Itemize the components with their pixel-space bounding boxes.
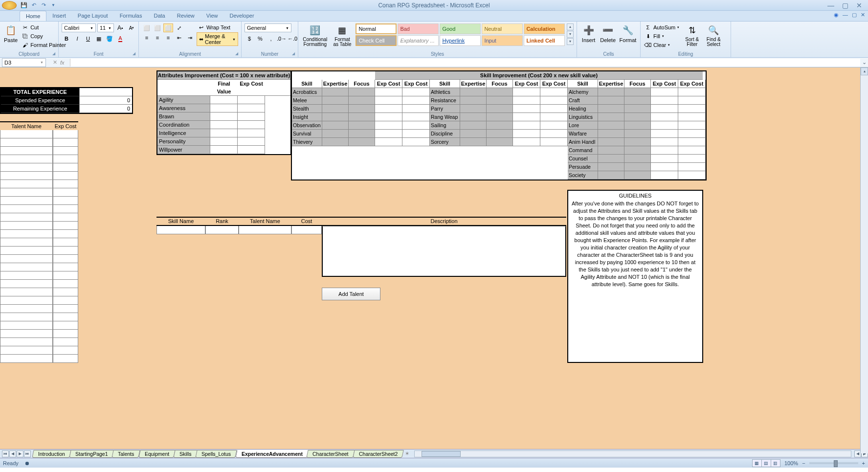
talent-cost-cell[interactable] <box>53 197 78 205</box>
skill-expcost-cell[interactable] <box>540 88 568 96</box>
skill-stat-cell[interactable] <box>624 113 651 121</box>
talent-name-cell[interactable] <box>0 205 53 213</box>
skill-expcost-cell[interactable] <box>651 163 678 171</box>
doc-close-icon[interactable]: ✕ <box>861 12 865 18</box>
talent-cost-cell[interactable] <box>53 163 78 172</box>
paste-button[interactable]: 📋 Paste <box>3 23 19 44</box>
talent-cost-cell[interactable] <box>53 213 78 222</box>
sheet-tab-introduction[interactable]: Introduction <box>32 450 71 458</box>
currency-button[interactable]: $ <box>245 34 254 43</box>
skill-stat-cell[interactable] <box>624 146 651 155</box>
zoom-out-button[interactable]: − <box>802 460 805 466</box>
percent-button[interactable]: % <box>255 34 265 43</box>
skill-expcost-cell[interactable] <box>678 113 706 121</box>
skill-stat-cell[interactable] <box>487 96 513 105</box>
skill-stat-cell[interactable] <box>624 130 651 138</box>
attr-finalvalue-cell[interactable] <box>210 112 238 121</box>
font-name-combo[interactable]: Calibri▼ <box>62 23 96 32</box>
skill-expcost-cell[interactable] <box>375 113 402 121</box>
skill-expcost-cell[interactable] <box>375 96 402 105</box>
talent-name-cell[interactable] <box>0 338 53 346</box>
exp-value-cell[interactable]: 0 <box>79 96 132 105</box>
talent-name-cell[interactable] <box>0 138 53 147</box>
zoom-in-button[interactable]: + <box>862 460 865 466</box>
attr-finalvalue-cell[interactable] <box>210 146 238 154</box>
ribbon-min-icon[interactable]: — <box>843 12 848 18</box>
skill-stat-cell[interactable] <box>349 88 375 96</box>
skill-stat-cell[interactable] <box>322 88 349 96</box>
align-center-button[interactable]: ≡ <box>153 33 162 42</box>
sheet-tab-skills[interactable]: Skills <box>173 450 198 458</box>
merge-center-button[interactable]: ⬌Merge & Center▼ <box>197 32 238 46</box>
pagelayout-view-button[interactable]: ▤ <box>761 459 771 467</box>
talent-cost-cell[interactable] <box>53 255 78 263</box>
attr-finalvalue-cell[interactable] <box>210 104 238 112</box>
style-bad[interactable]: Bad <box>398 23 439 34</box>
skill-expcost-cell[interactable] <box>678 163 706 171</box>
skill-expcost-cell[interactable] <box>678 155 706 163</box>
tab-nav-last[interactable]: ⏭ <box>24 450 31 457</box>
talent-name-cell[interactable] <box>0 197 53 205</box>
dec-indent-button[interactable]: ⇤ <box>174 33 184 42</box>
number-format-combo[interactable]: General▼ <box>245 23 291 32</box>
talent-cost-cell[interactable] <box>53 313 78 321</box>
expand-formula-bar[interactable]: ⌄ <box>860 59 868 66</box>
skill-stat-cell[interactable] <box>598 88 624 96</box>
skill-stat-cell[interactable] <box>349 138 375 146</box>
exp-value-cell[interactable]: 0 <box>79 105 132 113</box>
fill-color-button[interactable]: 🪣 <box>105 34 114 43</box>
skill-expcost-cell[interactable] <box>375 138 402 146</box>
attr-finalvalue-cell[interactable] <box>210 96 238 104</box>
formula-input[interactable] <box>70 59 860 67</box>
talent-name-cell[interactable] <box>0 280 53 288</box>
pagebreak-view-button[interactable]: ▥ <box>771 459 780 467</box>
skill-stat-cell[interactable] <box>624 171 651 180</box>
skill-stat-cell[interactable] <box>460 88 487 96</box>
attr-expcost-cell[interactable] <box>238 104 265 112</box>
skill-expcost-cell[interactable] <box>402 88 430 96</box>
attr-expcost-cell[interactable] <box>238 137 265 146</box>
attr-finalvalue-cell[interactable] <box>210 129 238 137</box>
skill-stat-cell[interactable] <box>624 138 651 146</box>
find-select-button[interactable]: 🔍Find & Select <box>704 23 723 48</box>
orientation-button[interactable]: ⤢ <box>174 23 184 32</box>
skill-expcost-cell[interactable] <box>513 88 540 96</box>
te-desc-cell[interactable] <box>322 226 566 277</box>
shrink-font-button[interactable]: A▾ <box>127 23 136 32</box>
cell-styles-gallery[interactable]: NormalBadGoodNeutralCalculationCheck Cel… <box>356 23 565 46</box>
skill-stat-cell[interactable] <box>598 105 624 113</box>
talent-cost-cell[interactable] <box>53 222 78 230</box>
talent-name-cell[interactable] <box>0 330 53 338</box>
align-top-button[interactable]: ⬜ <box>142 23 152 32</box>
skill-expcost-cell[interactable] <box>678 138 706 146</box>
talent-cost-cell[interactable] <box>53 172 78 180</box>
exp-value-cell[interactable] <box>79 88 132 96</box>
skill-expcost-cell[interactable] <box>651 88 678 96</box>
ribbon-tab-view[interactable]: View <box>200 11 224 21</box>
sheet-tab-startingpage1[interactable]: StartingPage1 <box>69 450 114 458</box>
talent-name-cell[interactable] <box>0 130 53 138</box>
skill-stat-cell[interactable] <box>487 105 513 113</box>
skill-stat-cell[interactable] <box>487 113 513 121</box>
skill-expcost-cell[interactable] <box>513 130 540 138</box>
talent-name-cell[interactable] <box>0 180 53 188</box>
skill-stat-cell[interactable] <box>460 121 487 130</box>
skill-stat-cell[interactable] <box>322 96 349 105</box>
skill-expcost-cell[interactable] <box>651 138 678 146</box>
skill-stat-cell[interactable] <box>487 138 513 146</box>
skill-stat-cell[interactable] <box>322 113 349 121</box>
ribbon-tab-review[interactable]: Review <box>171 11 200 21</box>
underline-button[interactable]: U <box>83 34 93 43</box>
border-button[interactable]: ▦ <box>94 34 104 43</box>
skill-stat-cell[interactable] <box>487 121 513 130</box>
talent-name-cell[interactable] <box>0 263 53 271</box>
talent-cost-cell[interactable] <box>53 238 78 247</box>
clear-button[interactable]: ⌫Clear▾ <box>644 41 680 49</box>
talent-cost-cell[interactable] <box>53 305 78 313</box>
qat-dropdown-icon[interactable]: ▼ <box>49 1 58 10</box>
delete-cells-button[interactable]: ➖Delete <box>599 23 617 44</box>
add-talent-button[interactable]: Add Talent <box>322 288 380 300</box>
scroll-down-icon[interactable]: ▾ <box>567 31 574 38</box>
zoom-value[interactable]: 100% <box>784 460 798 466</box>
talent-name-cell[interactable] <box>0 296 53 305</box>
